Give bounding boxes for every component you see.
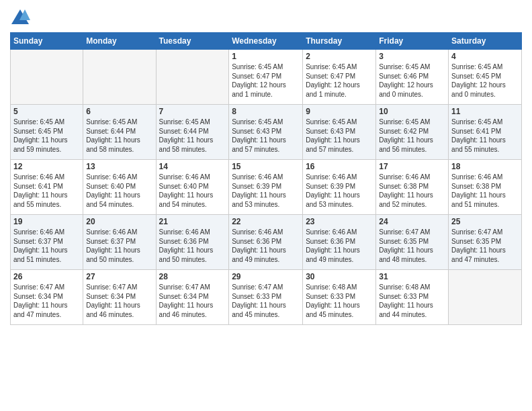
calendar-cell: 28Sunrise: 6:47 AM Sunset: 6:34 PM Dayli… (156, 270, 229, 325)
day-header-thursday: Thursday (303, 33, 376, 50)
day-info: Sunrise: 6:47 AM Sunset: 6:34 PM Dayligh… (86, 283, 152, 319)
week-row-1: 1Sunrise: 6:45 AM Sunset: 6:47 PM Daylig… (11, 50, 522, 105)
day-number: 3 (379, 52, 445, 61)
calendar-cell: 4Sunrise: 6:45 AM Sunset: 6:45 PM Daylig… (449, 50, 522, 105)
day-info: Sunrise: 6:47 AM Sunset: 6:34 PM Dayligh… (159, 283, 226, 319)
day-number: 9 (306, 107, 373, 116)
day-info: Sunrise: 6:45 AM Sunset: 6:45 PM Dayligh… (451, 62, 519, 99)
calendar-cell (449, 270, 522, 325)
calendar-cell: 31Sunrise: 6:48 AM Sunset: 6:33 PM Dayli… (376, 270, 449, 325)
day-info: Sunrise: 6:46 AM Sunset: 6:41 PM Dayligh… (13, 173, 80, 209)
day-number: 15 (232, 162, 300, 171)
calendar-cell: 22Sunrise: 6:46 AM Sunset: 6:36 PM Dayli… (229, 215, 303, 270)
day-number: 14 (159, 162, 226, 171)
calendar-cell: 21Sunrise: 6:46 AM Sunset: 6:36 PM Dayli… (156, 215, 229, 270)
day-number: 1 (232, 52, 300, 61)
week-row-5: 26Sunrise: 6:47 AM Sunset: 6:34 PM Dayli… (11, 270, 522, 325)
calendar-cell: 17Sunrise: 6:46 AM Sunset: 6:38 PM Dayli… (376, 160, 449, 215)
day-info: Sunrise: 6:48 AM Sunset: 6:33 PM Dayligh… (379, 283, 445, 319)
day-number: 12 (13, 162, 80, 171)
day-number: 28 (159, 272, 226, 281)
day-header-monday: Monday (83, 33, 156, 50)
calendar-cell: 13Sunrise: 6:46 AM Sunset: 6:40 PM Dayli… (83, 160, 156, 215)
day-header-sunday: Sunday (11, 33, 83, 50)
day-info: Sunrise: 6:46 AM Sunset: 6:38 PM Dayligh… (451, 173, 519, 209)
day-info: Sunrise: 6:45 AM Sunset: 6:43 PM Dayligh… (306, 118, 373, 154)
calendar-cell: 26Sunrise: 6:47 AM Sunset: 6:34 PM Dayli… (11, 270, 83, 325)
calendar-cell: 29Sunrise: 6:47 AM Sunset: 6:33 PM Dayli… (229, 270, 303, 325)
day-info: Sunrise: 6:46 AM Sunset: 6:36 PM Dayligh… (159, 228, 226, 264)
calendar-cell: 16Sunrise: 6:46 AM Sunset: 6:39 PM Dayli… (303, 160, 376, 215)
day-number: 29 (232, 272, 300, 281)
calendar-cell: 11Sunrise: 6:45 AM Sunset: 6:41 PM Dayli… (449, 105, 522, 160)
calendar-cell: 8Sunrise: 6:45 AM Sunset: 6:43 PM Daylig… (229, 105, 303, 160)
day-number: 23 (306, 217, 373, 226)
day-number: 25 (451, 217, 519, 226)
day-number: 27 (86, 272, 152, 281)
calendar-cell: 27Sunrise: 6:47 AM Sunset: 6:34 PM Dayli… (83, 270, 156, 325)
day-info: Sunrise: 6:46 AM Sunset: 6:39 PM Dayligh… (232, 173, 300, 209)
day-number: 20 (86, 217, 152, 226)
day-info: Sunrise: 6:45 AM Sunset: 6:43 PM Dayligh… (232, 118, 300, 154)
day-info: Sunrise: 6:46 AM Sunset: 6:37 PM Dayligh… (86, 228, 152, 264)
calendar-cell: 12Sunrise: 6:46 AM Sunset: 6:41 PM Dayli… (11, 160, 83, 215)
calendar-cell: 14Sunrise: 6:46 AM Sunset: 6:40 PM Dayli… (156, 160, 229, 215)
day-info: Sunrise: 6:45 AM Sunset: 6:44 PM Dayligh… (86, 118, 152, 154)
calendar-cell: 24Sunrise: 6:47 AM Sunset: 6:35 PM Dayli… (376, 215, 449, 270)
header-row: SundayMondayTuesdayWednesdayThursdayFrid… (11, 33, 522, 50)
day-info: Sunrise: 6:45 AM Sunset: 6:42 PM Dayligh… (379, 118, 445, 154)
calendar-cell: 15Sunrise: 6:46 AM Sunset: 6:39 PM Dayli… (229, 160, 303, 215)
calendar-cell: 10Sunrise: 6:45 AM Sunset: 6:42 PM Dayli… (376, 105, 449, 160)
day-info: Sunrise: 6:45 AM Sunset: 6:41 PM Dayligh… (451, 118, 519, 154)
day-number: 24 (379, 217, 445, 226)
day-info: Sunrise: 6:45 AM Sunset: 6:47 PM Dayligh… (232, 62, 300, 99)
calendar-cell (11, 50, 83, 105)
calendar-cell: 6Sunrise: 6:45 AM Sunset: 6:44 PM Daylig… (83, 105, 156, 160)
day-info: Sunrise: 6:45 AM Sunset: 6:45 PM Dayligh… (13, 118, 80, 154)
calendar-cell: 23Sunrise: 6:46 AM Sunset: 6:36 PM Dayli… (303, 215, 376, 270)
day-header-wednesday: Wednesday (229, 33, 303, 50)
calendar-cell: 5Sunrise: 6:45 AM Sunset: 6:45 PM Daylig… (11, 105, 83, 160)
week-row-3: 12Sunrise: 6:46 AM Sunset: 6:41 PM Dayli… (11, 160, 522, 215)
day-info: Sunrise: 6:46 AM Sunset: 6:39 PM Dayligh… (306, 173, 373, 209)
calendar-cell (156, 50, 229, 105)
day-number: 13 (86, 162, 152, 171)
day-info: Sunrise: 6:48 AM Sunset: 6:33 PM Dayligh… (306, 283, 373, 319)
day-number: 22 (232, 217, 300, 226)
day-number: 2 (306, 52, 373, 61)
day-info: Sunrise: 6:45 AM Sunset: 6:47 PM Dayligh… (306, 62, 373, 99)
calendar-cell: 2Sunrise: 6:45 AM Sunset: 6:47 PM Daylig… (303, 50, 376, 105)
calendar-cell: 7Sunrise: 6:45 AM Sunset: 6:44 PM Daylig… (156, 105, 229, 160)
day-info: Sunrise: 6:47 AM Sunset: 6:35 PM Dayligh… (379, 228, 445, 264)
day-number: 18 (451, 162, 519, 171)
header (10, 7, 522, 27)
day-number: 26 (13, 272, 80, 281)
day-number: 21 (159, 217, 226, 226)
day-number: 6 (86, 107, 152, 116)
page-container: SundayMondayTuesdayWednesdayThursdayFrid… (0, 0, 532, 411)
day-info: Sunrise: 6:47 AM Sunset: 6:33 PM Dayligh… (232, 283, 300, 319)
day-info: Sunrise: 6:47 AM Sunset: 6:34 PM Dayligh… (13, 283, 80, 319)
day-number: 4 (451, 52, 519, 61)
day-info: Sunrise: 6:47 AM Sunset: 6:35 PM Dayligh… (451, 228, 519, 264)
calendar-cell (83, 50, 156, 105)
day-number: 8 (232, 107, 300, 116)
day-info: Sunrise: 6:46 AM Sunset: 6:36 PM Dayligh… (232, 228, 300, 264)
calendar-cell: 20Sunrise: 6:46 AM Sunset: 6:37 PM Dayli… (83, 215, 156, 270)
calendar: SundayMondayTuesdayWednesdayThursdayFrid… (10, 32, 522, 325)
day-header-friday: Friday (376, 33, 449, 50)
day-info: Sunrise: 6:46 AM Sunset: 6:36 PM Dayligh… (306, 228, 373, 264)
day-info: Sunrise: 6:45 AM Sunset: 6:46 PM Dayligh… (379, 62, 445, 99)
week-row-2: 5Sunrise: 6:45 AM Sunset: 6:45 PM Daylig… (11, 105, 522, 160)
day-number: 16 (306, 162, 373, 171)
day-number: 19 (13, 217, 80, 226)
day-info: Sunrise: 6:46 AM Sunset: 6:40 PM Dayligh… (86, 173, 152, 209)
calendar-cell: 9Sunrise: 6:45 AM Sunset: 6:43 PM Daylig… (303, 105, 376, 160)
calendar-cell: 3Sunrise: 6:45 AM Sunset: 6:46 PM Daylig… (376, 50, 449, 105)
day-number: 11 (451, 107, 519, 116)
day-number: 5 (13, 107, 80, 116)
day-info: Sunrise: 6:46 AM Sunset: 6:38 PM Dayligh… (379, 173, 445, 209)
day-header-saturday: Saturday (449, 33, 522, 50)
day-info: Sunrise: 6:45 AM Sunset: 6:44 PM Dayligh… (159, 118, 226, 154)
day-header-tuesday: Tuesday (156, 33, 229, 50)
